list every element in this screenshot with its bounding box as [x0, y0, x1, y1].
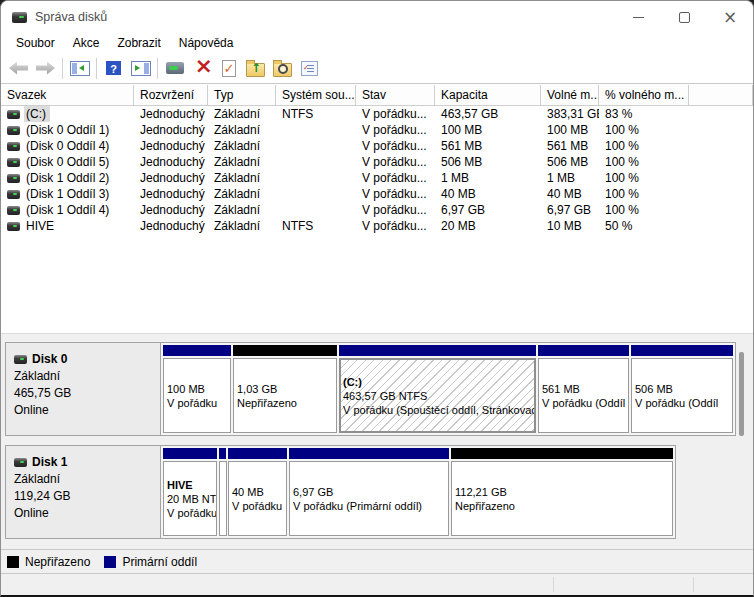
legend-bar: NepřiřazenoPrimární oddíl — [1, 549, 753, 573]
table-cell: 561 MB — [541, 138, 599, 154]
partition-status: V pořádku — [167, 506, 213, 520]
table-cell: Základní — [208, 186, 276, 202]
vertical-scrollbar[interactable] — [735, 338, 748, 544]
volume-icon — [7, 142, 20, 151]
maximize-icon — [679, 12, 690, 23]
close-icon: × — [723, 9, 737, 26]
partition[interactable]: HIVE20 MB NTFSV pořádku — [163, 448, 217, 536]
status-divider — [553, 577, 554, 592]
partition-status: V pořádku — [167, 396, 227, 410]
partition[interactable]: 100 MBV pořádku — [163, 345, 231, 433]
toolbar-rescan-button[interactable] — [161, 56, 188, 81]
table-cell: 10 MB — [541, 218, 599, 234]
volume-icon — [7, 126, 20, 135]
table-cell: 40 MB — [435, 186, 541, 202]
partition[interactable]: (C:)463,57 GB NTFSV pořádku (Spouštěcí o… — [339, 345, 536, 433]
table-cell: V pořádku... — [356, 186, 435, 202]
toolbar-check-doc-button[interactable] — [215, 56, 242, 81]
partition[interactable]: 112,21 GBNepřiřazeno — [451, 448, 673, 536]
table-row[interactable]: (Disk 0 Oddíl 4)JednoduchýZákladníV pořá… — [1, 138, 753, 154]
disk-name-row: Disk 0 — [14, 351, 160, 368]
partition[interactable]: 1,03 GBNepřiřazeno — [233, 345, 337, 433]
partition-size: 100 MB — [167, 382, 227, 396]
toolbar-forward-button[interactable] — [32, 56, 59, 81]
disk-info-panel[interactable]: Disk 0Základní465,75 GBOnline — [6, 343, 161, 435]
table-cell: 561 MB — [435, 138, 541, 154]
toolbar-separator — [62, 58, 63, 79]
partition-body: 112,21 GBNepřiřazeno — [451, 461, 673, 536]
app-disk-icon — [12, 12, 27, 23]
maximize-button[interactable] — [661, 1, 707, 33]
partition[interactable]: 40 MBV pořádku — [228, 448, 287, 536]
volume-cell: (Disk 0 Oddíl 1) — [1, 122, 134, 138]
delete-icon — [194, 61, 210, 76]
toolbar-action-pane-button[interactable] — [127, 56, 154, 81]
partition-size: 463,57 GB NTFS — [343, 389, 532, 403]
table-row[interactable]: (Disk 1 Oddíl 3)JednoduchýZákladníV pořá… — [1, 186, 753, 202]
column-header[interactable]: % volného m... — [599, 85, 689, 105]
partition[interactable] — [219, 448, 226, 536]
table-row[interactable]: (C:)JednoduchýZákladníNTFSV pořádku...46… — [1, 106, 753, 122]
disk-band: Disk 1Základní119,24 GBOnlineHIVE20 MB N… — [5, 445, 676, 539]
partition-body: 40 MBV pořádku — [228, 461, 287, 536]
column-header[interactable]: Rozvržení — [134, 85, 208, 105]
table-cell: Jednoduchý — [134, 202, 208, 218]
table-cell: 50 % — [599, 218, 689, 234]
volume-icon — [7, 158, 20, 167]
column-header[interactable]: Volné m... — [541, 85, 599, 105]
table-cell: Základní — [208, 202, 276, 218]
disk-info-panel[interactable]: Disk 1Základní119,24 GBOnline — [6, 446, 161, 538]
table-row[interactable]: (Disk 0 Oddíl 1)JednoduchýZákladníV pořá… — [1, 122, 753, 138]
partition-body: 6,97 GBV pořádku (Primární oddíl) — [289, 461, 449, 536]
volume-name: (Disk 0 Oddíl 4) — [24, 138, 113, 154]
partition-status: V pořádku — [232, 499, 283, 513]
table-cell: NTFS — [276, 218, 356, 234]
partition[interactable]: 6,97 GBV pořádku (Primární oddíl) — [289, 448, 449, 536]
table-cell: Jednoduchý — [134, 106, 208, 122]
partition-status: Nepřiřazeno — [237, 396, 333, 410]
table-cell: 40 MB — [541, 186, 599, 202]
column-header[interactable]: Svazek — [1, 85, 134, 105]
table-cell: 463,57 GB — [435, 106, 541, 122]
volume-name: (Disk 0 Oddíl 5) — [24, 154, 113, 170]
table-row[interactable]: HIVEJednoduchýZákladníNTFSV pořádku...20… — [1, 218, 753, 234]
back-icon — [9, 62, 28, 75]
column-header[interactable]: Stav — [356, 85, 435, 105]
partition-color-bar — [339, 345, 536, 356]
menu-item-zobrazit[interactable]: Zobrazit — [108, 33, 169, 53]
partition-body: HIVE20 MB NTFSV pořádku — [163, 461, 217, 536]
menu-item-soubor[interactable]: Soubor — [7, 33, 64, 53]
toolbar-back-button[interactable] — [5, 56, 32, 81]
minimize-button[interactable] — [615, 1, 661, 33]
column-header[interactable]: Kapacita — [435, 85, 541, 105]
disk-management-window: Správa disků × SouborAkceZobrazitNápověd… — [0, 0, 754, 597]
table-row[interactable]: (Disk 1 Oddíl 2)JednoduchýZákladníV pořá… — [1, 170, 753, 186]
column-header[interactable]: Typ — [208, 85, 276, 105]
toolbar-folder-up-button[interactable] — [242, 56, 269, 81]
toolbar-separator — [157, 58, 158, 79]
toolbar-console-tree-button[interactable] — [66, 56, 93, 81]
toolbar-help-button[interactable] — [100, 56, 127, 81]
check-doc-icon — [222, 60, 236, 77]
table-cell: 100 MB — [435, 122, 541, 138]
close-button[interactable]: × — [707, 1, 753, 33]
title-bar: Správa disků × — [1, 1, 753, 33]
toolbar-folder-search-button[interactable] — [269, 56, 296, 81]
toolbar-delete-button[interactable] — [188, 56, 215, 81]
partition-color-bar — [233, 345, 337, 356]
partition[interactable]: 561 MBV pořádku (Oddíl — [538, 345, 629, 433]
legend-swatch — [104, 556, 116, 568]
table-row[interactable]: (Disk 0 Oddíl 5)JednoduchýZákladníV pořá… — [1, 154, 753, 170]
menu-item-napoveda[interactable]: Nápověda — [170, 33, 243, 53]
toolbar-checklist-button[interactable] — [296, 56, 323, 81]
scrollbar-thumb[interactable] — [739, 352, 744, 436]
partition[interactable]: 506 MBV pořádku (Oddíl — [631, 345, 733, 433]
column-header[interactable]: Systém sou... — [276, 85, 356, 105]
disk-band: Disk 0Základní465,75 GBOnline100 MBV poř… — [5, 342, 736, 436]
volume-cell: (Disk 0 Oddíl 5) — [1, 154, 134, 170]
menu-item-akce[interactable]: Akce — [64, 33, 109, 53]
volume-cell: (Disk 1 Oddíl 2) — [1, 170, 134, 186]
table-cell: Základní — [208, 170, 276, 186]
legend-item: Primární oddíl — [104, 555, 197, 569]
table-row[interactable]: (Disk 1 Oddíl 4)JednoduchýZákladníV pořá… — [1, 202, 753, 218]
